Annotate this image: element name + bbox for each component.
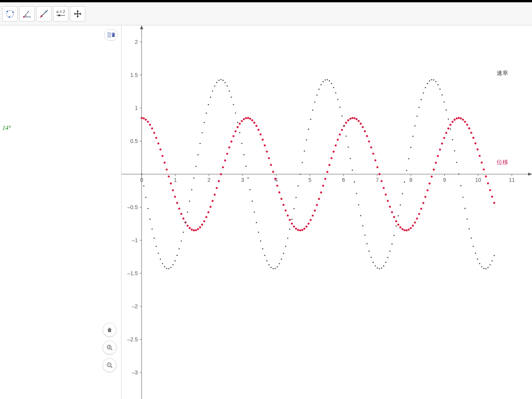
series-point <box>394 235 395 236</box>
x-tick-label: 7 <box>376 177 379 183</box>
tangent-tool-button[interactable] <box>36 6 52 22</box>
series-point <box>369 251 370 252</box>
series-point <box>147 121 149 123</box>
svg-point-3 <box>8 16 10 18</box>
series-point <box>199 226 201 228</box>
series-point <box>278 191 280 193</box>
series-point <box>391 243 392 244</box>
algebra-panel: 14° <box>0 25 121 399</box>
x-tick-label: 6 <box>342 177 345 183</box>
series-point <box>216 82 217 83</box>
series-point <box>446 110 447 111</box>
series-point <box>422 202 424 204</box>
series-point <box>164 266 165 267</box>
series-point <box>372 153 374 155</box>
series-point <box>327 79 328 80</box>
series-point <box>379 268 380 269</box>
series-point <box>239 132 240 133</box>
series-point <box>252 201 253 202</box>
y-tick-label: –1.5 <box>127 270 138 276</box>
angle-tool-button[interactable] <box>19 6 35 22</box>
zoom-in-button[interactable] <box>103 341 116 354</box>
series-point <box>212 90 213 91</box>
series-point <box>195 229 197 231</box>
series-point <box>193 229 195 231</box>
series-point <box>245 166 246 167</box>
series-point <box>391 211 393 213</box>
series-point <box>310 219 312 221</box>
series-point <box>279 263 280 264</box>
series-point <box>468 127 470 129</box>
series-point <box>205 216 207 218</box>
series-point <box>297 229 299 231</box>
series-point <box>189 201 190 202</box>
series-point <box>414 125 416 126</box>
series-point <box>316 204 318 206</box>
series-point <box>283 204 284 206</box>
main-area: 14° 0123456789101121.510.5–0.5–1–1.5–2–2… <box>0 25 532 399</box>
move-graphics-tool-button[interactable] <box>70 6 85 22</box>
series-point <box>308 129 309 130</box>
series-point <box>150 219 151 220</box>
series-point <box>450 128 451 130</box>
series-point <box>464 121 466 123</box>
zoom-out-button[interactable] <box>103 358 116 372</box>
series-point <box>433 169 435 171</box>
series-point <box>166 268 167 269</box>
series-point <box>268 264 269 265</box>
slider-tool-button[interactable]: a = 2 <box>53 6 68 22</box>
series-point <box>349 118 351 120</box>
algebra-style-toggle-button[interactable] <box>104 29 118 41</box>
series-point <box>191 229 193 231</box>
series-point <box>395 220 397 222</box>
series-point <box>362 126 364 128</box>
series-point <box>291 223 293 224</box>
series-point <box>485 175 487 177</box>
x-tick-label: 8 <box>409 177 412 183</box>
series-point <box>220 173 222 175</box>
series-point <box>339 106 341 108</box>
series-point <box>237 126 239 128</box>
series-point <box>426 189 428 191</box>
series-point <box>360 123 362 125</box>
x-tick-label: 10 <box>475 177 481 183</box>
series-point <box>178 208 180 209</box>
graphics-view[interactable]: 0123456789101121.510.5–0.5–1–1.5–2–2.5–3… <box>121 25 532 399</box>
series-point <box>383 187 385 189</box>
series-point <box>274 268 276 269</box>
series-point <box>460 117 462 119</box>
series-point <box>210 96 211 98</box>
series-point <box>337 139 339 141</box>
series-point <box>143 117 145 119</box>
series-point <box>464 208 466 209</box>
svg-point-5 <box>29 16 30 17</box>
series-point <box>320 191 322 193</box>
series-point <box>291 219 293 220</box>
series-point <box>425 87 426 88</box>
y-tick-label: 0.5 <box>130 138 138 144</box>
series-point <box>379 173 381 175</box>
series-point <box>404 229 406 231</box>
series-point <box>220 79 221 80</box>
x-tick-label: 5 <box>308 177 311 183</box>
series-point <box>312 214 314 216</box>
home-button[interactable] <box>103 323 116 337</box>
series-point <box>151 228 153 229</box>
series-point <box>364 234 366 236</box>
series-point <box>402 193 403 194</box>
series-point <box>356 118 357 120</box>
point-tool-button[interactable] <box>2 6 18 22</box>
series-point <box>168 268 169 269</box>
series-point <box>360 215 361 216</box>
series-point <box>161 155 163 157</box>
series-point <box>216 187 218 189</box>
series-point <box>287 238 288 239</box>
series-point <box>332 151 334 153</box>
series-point <box>318 89 319 90</box>
series-point <box>151 127 153 129</box>
series-point <box>197 154 198 155</box>
series-point <box>298 185 299 186</box>
series-point <box>218 180 220 182</box>
series-point <box>387 257 388 258</box>
series-point <box>312 110 313 111</box>
